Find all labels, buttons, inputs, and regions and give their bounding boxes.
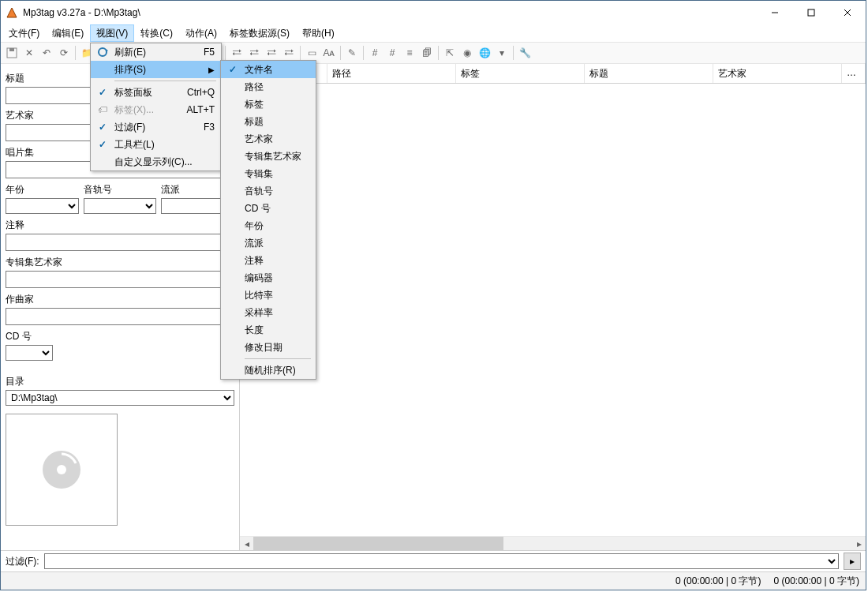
menu-file[interactable]: 文件(F)	[2, 24, 46, 42]
maximize-button[interactable]	[793, 1, 829, 24]
web-icon[interactable]: 🌐	[477, 45, 492, 61]
sort-item[interactable]: 长度	[221, 321, 316, 339]
svg-rect-2	[808, 9, 814, 16]
toolbar-separator	[513, 46, 514, 60]
delete-icon[interactable]: ✕	[21, 45, 37, 61]
field-composer: 作曲家	[6, 293, 234, 325]
menu-help[interactable]: 帮助(H)	[296, 24, 341, 42]
h-scrollbar[interactable]: ◂ ▸	[240, 536, 866, 550]
sort-item[interactable]: 音轨号	[221, 182, 316, 200]
menu-tags[interactable]: 🏷 标签(X)... ALT+T	[91, 101, 221, 118]
input-track[interactable]	[84, 198, 157, 214]
menu-label: 专辑集	[245, 167, 309, 181]
menu-label: 艺术家	[245, 133, 309, 146]
menu-label: 比特率	[245, 289, 309, 302]
menu-separator	[245, 358, 311, 359]
col-header[interactable]: 标签	[456, 64, 585, 83]
scroll-left-icon[interactable]: ◂	[240, 537, 253, 550]
blank-icon	[94, 153, 111, 170]
menu-refresh[interactable]: 刷新(E) F5	[91, 43, 221, 61]
sort-item[interactable]: 标题	[221, 113, 316, 130]
sort-item[interactable]: 艺术家	[221, 130, 316, 148]
app-icon	[6, 6, 18, 19]
list-body[interactable]	[240, 84, 866, 536]
sort-item[interactable]: CD 号	[221, 200, 316, 217]
menu-sort[interactable]: 排序(S) ▶	[91, 61, 221, 78]
sort-item[interactable]: 标签	[221, 96, 316, 113]
actions-icon[interactable]: ▭	[304, 45, 320, 61]
menu-label: 年份	[245, 219, 309, 233]
number2-icon[interactable]: #	[384, 45, 400, 61]
sort-item[interactable]: 专辑集	[221, 165, 316, 182]
settings-icon[interactable]: 🔧	[517, 45, 533, 61]
sort-item[interactable]: 修改日期	[221, 339, 316, 356]
sort-item[interactable]: 专辑集艺术家	[221, 148, 316, 165]
sort-random[interactable]: 随机排序(R)	[221, 362, 316, 379]
edit-icon[interactable]: ✎	[344, 45, 360, 61]
input-discno[interactable]	[6, 345, 53, 361]
convert3-icon[interactable]: ⮂	[264, 45, 279, 61]
input-directory[interactable]: D:\Mp3tag\	[6, 390, 234, 406]
sort-item[interactable]: ✓ 文件名	[221, 61, 316, 78]
menu-toolbar[interactable]: ✓ 工具栏(L)	[91, 136, 221, 153]
menu-label: 长度	[245, 324, 309, 337]
list-icon[interactable]: ≡	[402, 45, 417, 61]
check-icon: ✓	[94, 136, 111, 153]
col-header[interactable]: 路径	[327, 64, 456, 83]
sort-item[interactable]: 比特率	[221, 287, 316, 304]
menu-convert[interactable]: 转换(C)	[134, 24, 179, 42]
menu-filter[interactable]: ✓ 过滤(F) F3	[91, 118, 221, 136]
docs-icon[interactable]: 🗐	[419, 45, 435, 61]
sort-item[interactable]: 注释	[221, 252, 316, 269]
minimize-button[interactable]	[757, 1, 793, 24]
convert4-icon[interactable]: ⮂	[281, 45, 297, 61]
col-header[interactable]: 标题	[585, 64, 713, 83]
number-icon[interactable]: #	[367, 45, 383, 61]
sort-item[interactable]: 采样率	[221, 304, 316, 321]
menu-tag-panel[interactable]: ✓ 标签面板 Ctrl+Q	[91, 84, 221, 101]
menu-separator	[114, 81, 216, 81]
input-album-artist[interactable]	[6, 271, 234, 288]
sort-item[interactable]: 路径	[221, 78, 316, 96]
label-album-artist: 专辑集艺术家	[6, 256, 234, 269]
menu-label: 排序(S)	[114, 63, 199, 77]
toolbar-separator	[300, 46, 301, 60]
convert2-icon[interactable]: ⮂	[246, 45, 262, 61]
col-header[interactable]: 艺术家	[713, 64, 842, 83]
menu-label: 修改日期	[245, 341, 309, 354]
menu-tag-sources[interactable]: 标签数据源(S)	[223, 24, 296, 42]
close-button[interactable]	[829, 1, 866, 24]
menu-actions[interactable]: 动作(A)	[179, 24, 223, 42]
sort-item[interactable]: 年份	[221, 217, 316, 234]
menu-label: 标签面板	[114, 86, 168, 99]
filter-go-button[interactable]: ▸	[844, 553, 861, 570]
check-icon: ✓	[94, 118, 111, 136]
redo-icon[interactable]: ⟳	[56, 45, 72, 61]
input-comment[interactable]	[6, 234, 234, 251]
undo-icon[interactable]: ↶	[39, 45, 54, 61]
list-header: … 路径 标签 标题 艺术家 …	[240, 64, 866, 84]
menu-label: 工具栏(L)	[114, 138, 215, 152]
sort-item[interactable]: 流派	[221, 234, 316, 252]
case-icon[interactable]: Aᴀ	[321, 45, 337, 61]
menu-edit[interactable]: 编辑(E)	[46, 24, 90, 42]
menu-label: 刷新(E)	[114, 46, 185, 59]
export-icon[interactable]: ⇱	[442, 45, 458, 61]
album-art[interactable]	[6, 414, 118, 526]
input-year[interactable]	[6, 198, 79, 214]
menu-label: 标题	[245, 115, 309, 129]
convert1-icon[interactable]: ⮂	[229, 45, 245, 61]
scroll-right-icon[interactable]: ▸	[852, 537, 866, 550]
filter-input[interactable]	[44, 553, 839, 569]
menu-view[interactable]: 视图(V)	[90, 24, 134, 42]
field-directory: 目录 D:\Mp3tag\	[6, 375, 234, 406]
sort-item[interactable]: 编码器	[221, 269, 316, 287]
svg-point-8	[57, 465, 66, 474]
save-icon[interactable]	[4, 45, 20, 61]
dropdown-icon[interactable]: ▾	[494, 45, 510, 61]
menu-custom-cols[interactable]: 自定义显示列(C)...	[91, 153, 221, 170]
scroll-thumb[interactable]	[253, 537, 503, 550]
col-header[interactable]: …	[842, 64, 866, 83]
disc-icon[interactable]: ◉	[459, 45, 475, 61]
input-composer[interactable]	[6, 308, 234, 325]
